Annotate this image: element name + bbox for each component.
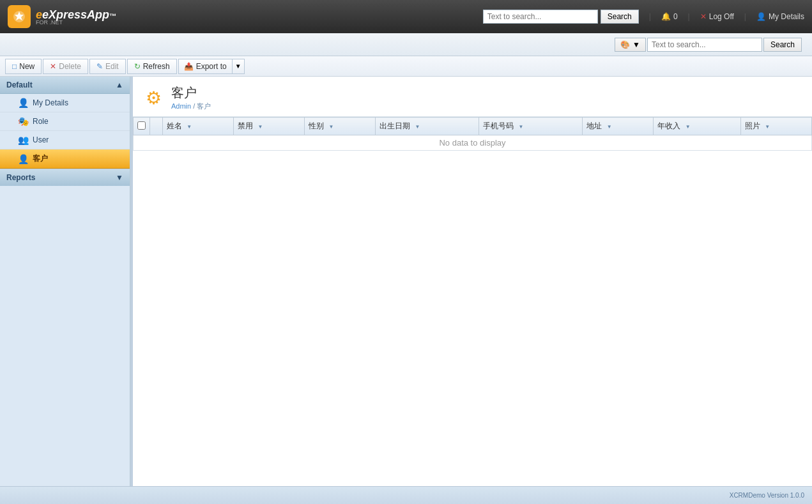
- filter-icon-gender[interactable]: ▼: [328, 124, 333, 130]
- search-bar: Search: [483, 10, 639, 24]
- content-icon: ⚙: [143, 88, 164, 108]
- page-title: 客户: [171, 84, 211, 102]
- edit-icon: ✎: [96, 62, 103, 71]
- sidebar-item-label-customer: 客户: [33, 153, 48, 164]
- no-data-message: No data to display: [134, 135, 812, 151]
- edit-button[interactable]: ✎ Edit: [89, 59, 126, 74]
- col-phone: 手机号码 ▼: [479, 118, 583, 135]
- sidebar-item-role[interactable]: 🎭 Role: [0, 112, 130, 131]
- col-name: 姓名 ▼: [163, 118, 234, 135]
- reports-expand-icon: ▼: [116, 173, 123, 182]
- user-icon: 👥: [18, 135, 29, 145]
- sidebar-reports-group[interactable]: Reports ▼: [0, 169, 130, 186]
- my-details-button[interactable]: 👤 My Details: [756, 12, 804, 21]
- table-no-data-row: No data to display: [134, 135, 812, 151]
- sidebar-group-label: Default: [6, 80, 33, 89]
- col-birthdate: 出生日期 ▼: [376, 118, 479, 135]
- global-search-button[interactable]: Search: [763, 38, 802, 52]
- breadcrumb-current: 客户: [197, 102, 211, 110]
- logo: eeXpressApp™ FOR .NET: [8, 5, 116, 28]
- footer-app-name: XCRMDemo: [730, 492, 765, 499]
- reports-label: Reports: [6, 173, 35, 182]
- sidebar-item-my-details[interactable]: 👤 My Details: [0, 94, 130, 112]
- my-details-icon: 👤: [18, 98, 29, 108]
- filter-icon-disabled[interactable]: ▼: [257, 124, 263, 130]
- filter-icon-photo[interactable]: ▼: [765, 124, 770, 130]
- filter-icon-phone[interactable]: ▼: [519, 124, 524, 130]
- main-layout: Default ▲ 👤 My Details 🎭 Role 👥 User 👤 客…: [0, 77, 812, 486]
- app-footer: XCRMDemo Version 1.0.0: [0, 486, 812, 504]
- refresh-icon: ↻: [134, 62, 141, 71]
- col-checkbox: [134, 118, 150, 135]
- content-header: ⚙ 客户 Admin / 客户: [133, 77, 812, 117]
- col-address: 地址 ▼: [583, 118, 654, 135]
- action-toolbar: □ New ✕ Delete ✎ Edit ↻ Refresh 📤 Export…: [0, 56, 812, 77]
- delete-button[interactable]: ✕ Delete: [43, 59, 88, 74]
- refresh-button[interactable]: ↻ Refresh: [127, 59, 177, 74]
- delete-icon: ✕: [50, 62, 56, 71]
- content-area: ⚙ 客户 Admin / 客户 姓名 ▼: [133, 77, 812, 486]
- logo-text-block: eeXpressApp™ FOR .NET: [36, 8, 116, 26]
- filter-icon-address[interactable]: ▼: [607, 124, 612, 130]
- breadcrumb: Admin / 客户: [171, 102, 211, 111]
- table-header-row: 姓名 ▼ 禁用 ▼ 性别 ▼ 出生日期 ▼: [134, 118, 812, 135]
- export-main-button[interactable]: 📤 Export to: [178, 59, 232, 74]
- filter-icon-income[interactable]: ▼: [686, 124, 691, 130]
- logo-svg: [12, 10, 26, 24]
- bell-icon: 🔔: [661, 12, 671, 21]
- sidebar-item-label-my-details: My Details: [33, 98, 68, 107]
- collapse-icon: ▲: [116, 80, 123, 89]
- footer-version: Version 1.0.0: [767, 492, 804, 499]
- notifications-button[interactable]: 🔔 0: [661, 12, 678, 21]
- col-expand: [150, 118, 163, 135]
- app-header: eeXpressApp™ FOR .NET Search | 🔔 0 | ✕ L…: [0, 0, 812, 33]
- new-icon: □: [12, 62, 17, 71]
- new-button[interactable]: □ New: [5, 59, 42, 74]
- customer-icon: 👤: [18, 154, 29, 164]
- person-icon: 👤: [756, 12, 766, 21]
- search-input[interactable]: [483, 10, 598, 24]
- filter-icon-name[interactable]: ▼: [187, 124, 192, 130]
- sidebar: Default ▲ 👤 My Details 🎭 Role 👥 User 👤 客…: [0, 77, 130, 486]
- notification-count: 0: [673, 12, 678, 21]
- col-disabled: 禁用 ▼: [234, 118, 305, 135]
- data-table: 姓名 ▼ 禁用 ▼ 性别 ▼ 出生日期 ▼: [133, 117, 812, 151]
- search-button[interactable]: Search: [601, 10, 639, 24]
- global-search-input[interactable]: [647, 38, 762, 52]
- sidebar-item-label-user: User: [33, 135, 49, 144]
- sidebar-item-user[interactable]: 👥 User: [0, 131, 130, 149]
- export-dropdown-button[interactable]: ▼: [232, 59, 245, 74]
- content-title-block: 客户 Admin / 客户: [171, 84, 211, 111]
- sidebar-item-customer[interactable]: 👤 客户: [0, 149, 130, 169]
- theme-toolbar: 🎨 ▼ Search: [0, 33, 812, 56]
- export-button-group: 📤 Export to ▼: [178, 59, 245, 74]
- breadcrumb-admin-link[interactable]: Admin: [171, 102, 191, 110]
- export-chevron-icon: ▼: [235, 63, 241, 70]
- role-icon: 🎭: [18, 116, 29, 126]
- sidebar-group-header-default[interactable]: Default ▲: [0, 77, 130, 94]
- header-right: Search | 🔔 0 | ✕ Log Off | 👤 My Details: [483, 10, 804, 24]
- logo-icon: [8, 5, 31, 28]
- theme-selector: 🎨 ▼ Search: [615, 38, 802, 52]
- palette-icon: 🎨: [620, 40, 630, 49]
- col-photo: 照片 ▼: [740, 118, 811, 135]
- dropdown-arrow: ▼: [632, 40, 640, 49]
- filter-icon-birthdate[interactable]: ▼: [415, 124, 420, 130]
- col-gender: 性别 ▼: [305, 118, 376, 135]
- logoff-button[interactable]: ✕ Log Off: [700, 12, 734, 21]
- theme-button[interactable]: 🎨 ▼: [615, 38, 646, 52]
- export-icon: 📤: [184, 62, 194, 71]
- col-income: 年收入 ▼: [654, 118, 741, 135]
- logoff-icon: ✕: [700, 12, 707, 21]
- select-all-checkbox[interactable]: [137, 121, 146, 130]
- sidebar-item-label-role: Role: [33, 117, 49, 126]
- sidebar-default-group: Default ▲ 👤 My Details 🎭 Role 👥 User 👤 客…: [0, 77, 130, 169]
